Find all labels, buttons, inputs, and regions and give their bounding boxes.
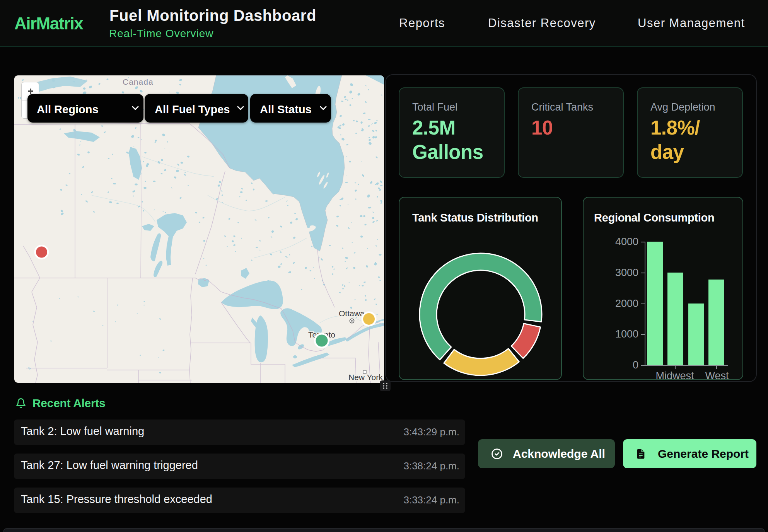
svg-text:New York: New York	[348, 373, 383, 382]
svg-text:Canada: Canada	[123, 77, 154, 86]
svg-text:Ottawa: Ottawa	[339, 309, 365, 318]
